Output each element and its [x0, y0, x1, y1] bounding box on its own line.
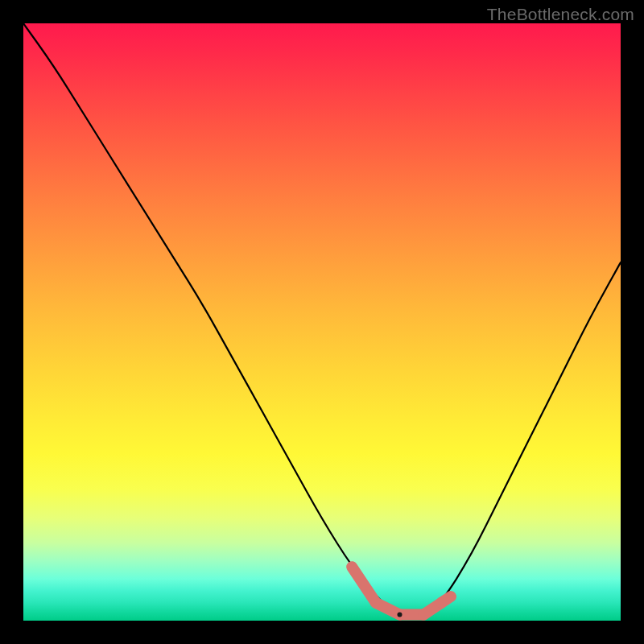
- chart-frame: TheBottleneck.com: [0, 0, 644, 644]
- marker-left-end: [352, 567, 376, 603]
- markers-group: [352, 567, 451, 617]
- marker-right-end: [441, 597, 451, 603]
- chart-svg: [23, 23, 621, 621]
- plot-area: [23, 23, 621, 621]
- watermark-text: TheBottleneck.com: [487, 5, 634, 24]
- curve-group: [23, 23, 621, 615]
- min-point-dot: [398, 613, 402, 617]
- bottleneck-curve: [23, 23, 621, 615]
